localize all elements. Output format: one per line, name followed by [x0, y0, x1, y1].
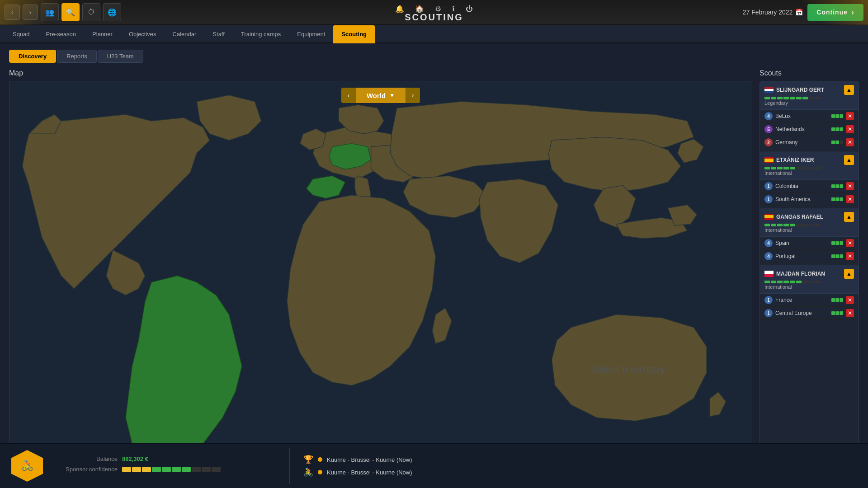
- badge-belux: 4: [764, 112, 773, 120]
- sponsor-label: Sponsor confidence: [54, 466, 118, 473]
- badge-colombia: 1: [764, 182, 773, 190]
- scout-slijngard-rating: [764, 97, 854, 99]
- scout-gangas: GANGAS RAFAEL ▲: [760, 208, 859, 263]
- scout-gangas-name: GANGAS RAFAEL: [776, 214, 844, 220]
- remove-portugal-btn[interactable]: ✕: [846, 252, 854, 260]
- calendar-icon[interactable]: 📅: [795, 9, 803, 16]
- remove-france-btn[interactable]: ✕: [846, 296, 854, 304]
- scout-slijngard-level: Legendary: [764, 100, 854, 108]
- tab-calendar[interactable]: Calendar: [165, 25, 205, 43]
- scout-gangas-assignment-spain: 4 Spain ✕: [760, 237, 859, 250]
- badge-portugal: 4: [764, 252, 773, 260]
- title-area: SCOUTING: [405, 12, 463, 23]
- scout-gangas-header: GANGAS RAFAEL ▲: [760, 208, 859, 237]
- scouts-section: Scouts SLIJNGARD GERT ▲: [760, 69, 859, 483]
- scout-etxaniz-flag: [764, 157, 774, 163]
- remove-belux-btn[interactable]: ✕: [846, 112, 854, 120]
- scout-slijngard-header: SLIJNGARD GERT ▲: [760, 81, 859, 110]
- event-2-dot: [318, 470, 322, 474]
- top-bar-right: 27 February 2022 📅 Continue ›: [743, 4, 868, 21]
- globe-icon-btn[interactable]: 🌐: [103, 3, 121, 21]
- content-area: Map ‹ World ▼ ›: [9, 69, 859, 483]
- map-prev-button[interactable]: ‹: [341, 88, 356, 103]
- remove-colombia-btn[interactable]: ✕: [846, 182, 854, 190]
- badge-southamerica: 1: [764, 195, 773, 203]
- squad-icon-btn[interactable]: 👥: [41, 3, 59, 21]
- scout-majdan: MAJDAN FLORIAN ▲: [760, 265, 859, 320]
- map-container[interactable]: ‹ World ▼ ›: [9, 81, 752, 483]
- team-logo: 🚴: [9, 448, 45, 484]
- scout-gangas-collapse[interactable]: ▲: [844, 212, 854, 222]
- tab-squad[interactable]: Squad: [5, 25, 38, 43]
- bottom-bar: 🚴 Balance 882,302 € Sponsor confidence: [0, 443, 868, 488]
- tab-equipment[interactable]: Equipment: [289, 25, 333, 43]
- tab-objectives[interactable]: Objectives: [121, 25, 165, 43]
- event-2-text: Kuurne - Brussel - Kuurne (Now): [327, 469, 412, 476]
- subtab-discovery[interactable]: Discovery: [9, 50, 56, 63]
- map-title: Map: [9, 69, 752, 77]
- balance-label: Balance: [54, 455, 118, 462]
- scout-etxaniz-level: International: [764, 170, 854, 178]
- scout-etxaniz-assignment-southamerica: 1 South America ✕: [760, 193, 859, 206]
- remove-netherlands-btn[interactable]: ✕: [846, 125, 854, 133]
- subtab-u23team[interactable]: U23 Team: [98, 50, 143, 63]
- tab-staff[interactable]: Staff: [204, 25, 233, 43]
- continue-button[interactable]: Continue ›: [807, 4, 863, 21]
- scout-majdan-assignment-france: 1 France ✕: [760, 294, 859, 307]
- forward-button[interactable]: ›: [23, 5, 38, 20]
- map-next-button[interactable]: ›: [406, 88, 420, 103]
- scout-etxaniz-collapse[interactable]: ▲: [844, 155, 854, 165]
- scout-slijngard-assignment-netherlands: 5 Netherlands ✕: [760, 123, 859, 136]
- scouting-icon-btn[interactable]: 🔍: [61, 3, 80, 21]
- riders-icon: 🚴: [303, 467, 313, 477]
- scouts-list[interactable]: SLIJNGARD GERT ▲: [760, 81, 859, 483]
- bell-icon[interactable]: 🔔: [395, 5, 404, 13]
- scout-slijngard-collapse[interactable]: ▲: [844, 85, 854, 95]
- scout-gangas-flag: [764, 214, 774, 220]
- scout-majdan-level: International: [764, 284, 854, 291]
- scout-majdan-rating: [764, 281, 854, 283]
- scout-majdan-header: MAJDAN FLORIAN ▲: [760, 265, 859, 294]
- tab-planner[interactable]: Planner: [84, 25, 121, 43]
- bottom-stats: Balance 882,302 € Sponsor confidence: [54, 451, 280, 481]
- scout-gangas-rating: [764, 224, 854, 226]
- top-bar-left: ‹ › 👥 🔍 ⏱ 🌐: [0, 3, 121, 21]
- tab-training-camps[interactable]: Training camps: [233, 25, 289, 43]
- scout-etxaniz-header: ETXÁNIZ IKER ▲: [760, 151, 859, 180]
- sponsor-row: Sponsor confidence: [54, 466, 280, 473]
- back-button[interactable]: ‹: [5, 5, 20, 20]
- badge-spain: 4: [764, 239, 773, 247]
- subtab-reports[interactable]: Reports: [57, 50, 97, 63]
- team-logo-icon: 🚴: [21, 460, 33, 472]
- bottom-events: 🏆 Kuurne - Brussel - Kuurne (Now) 🚴 Kuur…: [299, 450, 868, 482]
- remove-southamerica-btn[interactable]: ✕: [846, 195, 854, 203]
- scout-majdan-name-row: MAJDAN FLORIAN ▲: [764, 269, 854, 279]
- scout-slijngard-assignment-germany: 2 Germany ✕: [760, 136, 859, 149]
- scout-slijngard: SLIJNGARD GERT ▲: [760, 81, 859, 149]
- scout-slijngard-assignment-belux: 4 BeLux ✕: [760, 110, 859, 123]
- world-map-svg[interactable]: Select a territory: [9, 81, 752, 483]
- scout-majdan-flag: [764, 271, 774, 277]
- balance-row: Balance 882,302 €: [54, 455, 280, 462]
- scout-majdan-collapse[interactable]: ▲: [844, 269, 854, 279]
- world-chevron: ▼: [389, 92, 395, 99]
- scout-slijngard-name-row: SLIJNGARD GERT ▲: [764, 85, 854, 95]
- remove-germany-btn[interactable]: ✕: [846, 138, 854, 146]
- scout-etxaniz-assignment-colombia: 1 Colombia ✕: [760, 180, 859, 193]
- scout-gangas-name-row: GANGAS RAFAEL ▲: [764, 212, 854, 222]
- remove-centraleurope-btn[interactable]: ✕: [846, 309, 854, 317]
- event-1-text: Kuurne - Brussel - Kuurne (Now): [327, 456, 412, 463]
- tab-preseason[interactable]: Pre-season: [38, 25, 84, 43]
- remove-spain-btn[interactable]: ✕: [846, 239, 854, 247]
- badge-germany: 2: [764, 138, 773, 146]
- world-selector: ‹ World ▼ ›: [341, 88, 420, 103]
- badge-france: 1: [764, 296, 773, 304]
- power-icon[interactable]: ⏻: [466, 5, 473, 13]
- scout-slijngard-name: SLIJNGARD GERT: [776, 87, 844, 93]
- scout-etxaniz-name-row: ETXÁNIZ IKER ▲: [764, 155, 854, 165]
- clock-icon-btn[interactable]: ⏱: [82, 3, 100, 21]
- bottom-divider: [289, 448, 290, 484]
- tab-scouting[interactable]: Scouting: [333, 25, 375, 43]
- sponsor-bar: [122, 467, 221, 472]
- scout-etxaniz-rating: [764, 167, 854, 169]
